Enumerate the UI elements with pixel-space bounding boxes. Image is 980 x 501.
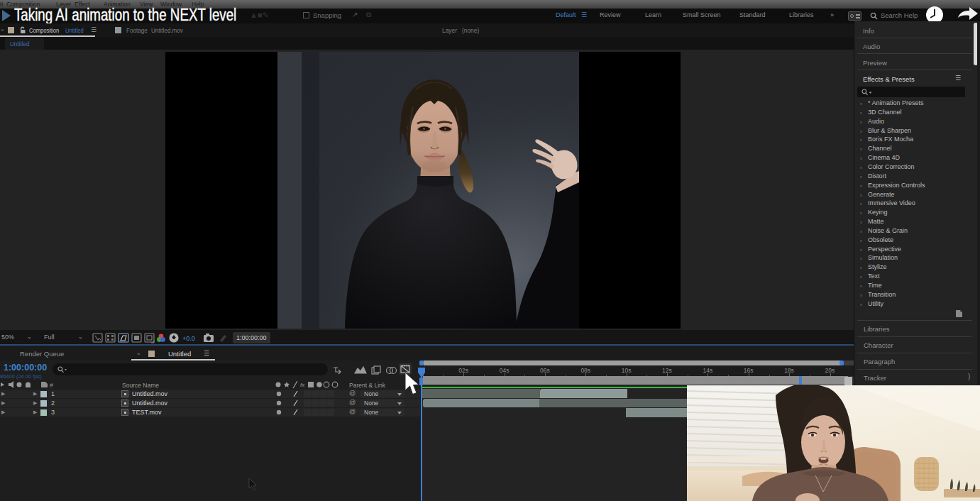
svg-text:#: # (50, 382, 53, 389)
svg-text:fx: fx (300, 382, 305, 388)
svg-text:+0.0: +0.0 (182, 335, 195, 342)
